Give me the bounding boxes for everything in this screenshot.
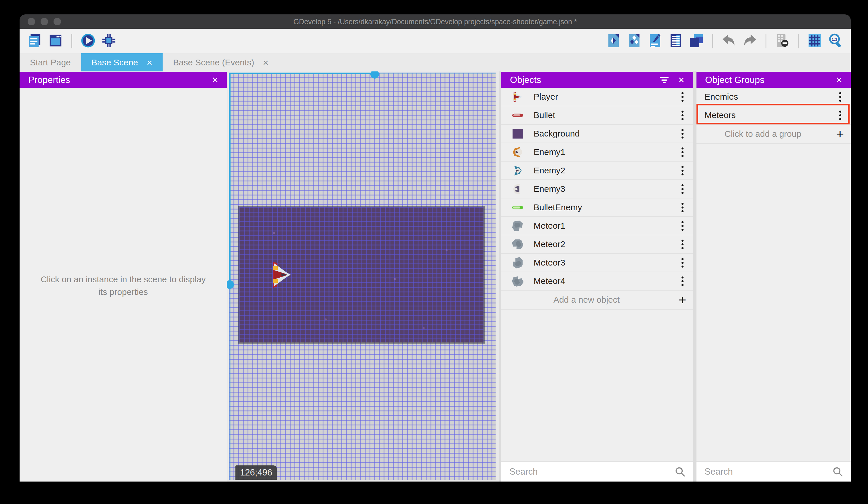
groups-search-bar [696,461,851,482]
main-toolbar: 1:1 [20,29,851,53]
meteor4-thumbnail-icon [502,274,534,288]
row-menu-button[interactable] [672,258,693,268]
instances-page-icon [668,33,683,50]
zoom-original-button[interactable]: 1:1 [827,32,844,50]
object-groups-panel-header: Object Groups × [696,72,851,88]
undo-icon [721,33,737,50]
selection-edge-left-faint [229,281,230,480]
row-menu-button[interactable] [672,184,693,194]
object-name: Meteor1 [534,221,672,231]
enemy1-thumbnail-icon [502,145,534,159]
meteor1-thumbnail-icon [502,219,534,233]
objects-search-input[interactable] [509,466,675,477]
selection-handle-top[interactable] [370,71,379,79]
row-menu-button[interactable] [672,240,693,249]
object-row-player[interactable]: Player [502,88,693,106]
row-menu-button[interactable] [829,92,851,102]
add-new-object-label: Add a new object [502,295,672,305]
scene-editor-canvas[interactable]: 126;496 [227,71,499,482]
objects-page-icon [606,33,621,50]
close-objects-icon[interactable]: × [678,75,684,85]
plus-icon: + [672,292,693,308]
open-instances-list-panel-button[interactable] [667,32,685,50]
start-page-button[interactable] [46,32,64,50]
svg-text:1:1: 1:1 [832,37,837,41]
redo-button[interactable] [741,32,758,50]
row-menu-button[interactable] [672,92,693,102]
objects-groups-divider[interactable] [693,71,696,482]
play-button[interactable] [79,32,97,50]
search-icon [675,466,685,477]
row-menu-button[interactable] [672,221,693,231]
open-objects-panel-button[interactable] [604,32,622,50]
object-row-enemy1[interactable]: Enemy1 [502,143,693,162]
object-groups-panel: Object Groups × EnemiesMeteorsClick to a… [696,71,851,482]
toolbar-separator [798,34,799,48]
toggle-instances-mask-button[interactable] [773,32,791,50]
objects-panel-title: Objects [510,74,541,85]
object-row-enemy2[interactable]: Enemy2 [502,162,693,180]
properties-panel: Properties × Click on an instance in the… [20,71,227,482]
row-menu-button[interactable] [672,148,693,157]
groups-search-input[interactable] [704,466,832,477]
open-object-groups-panel-button[interactable] [626,32,643,50]
close-object-groups-icon[interactable]: × [836,75,842,85]
object-row-meteor1[interactable]: Meteor1 [502,217,693,235]
window-title: GDevelop 5 - /Users/dkarakay/Documents/G… [20,14,851,29]
open-layers-panel-button[interactable] [688,32,705,50]
object-row-enemy3[interactable]: Enemy3 [502,180,693,199]
add-group-label: Click to add a group [696,129,829,139]
tab-base-scene[interactable]: Base Scene× [81,53,163,71]
row-menu-button[interactable] [672,276,693,286]
layers-icon [689,33,704,50]
object-row-bulletenemy[interactable]: BulletEnemy [502,199,693,217]
selection-handle-left[interactable] [227,280,234,289]
filter-icon[interactable] [660,77,669,83]
row-menu-button[interactable] [672,129,693,139]
scene-window-icon [48,33,63,50]
scene-grid[interactable] [229,73,496,480]
object-name: Meteor4 [534,276,672,286]
object-name: Bullet [534,110,672,120]
canvas-objects-divider[interactable] [499,71,502,482]
close-tab-icon[interactable]: × [263,58,269,67]
group-name: Meteors [696,110,829,120]
row-menu-button[interactable] [672,166,693,175]
toolbar-separator [71,34,72,48]
search-icon [832,466,843,477]
tab-base-scene-events[interactable]: Base Scene (Events)× [163,53,279,71]
close-tab-icon[interactable]: × [147,58,153,67]
object-row-meteor4[interactable]: Meteor4 [502,272,693,291]
undo-button[interactable] [720,32,738,50]
group-row-meteors[interactable]: Meteors [696,106,851,125]
row-menu-button[interactable] [672,203,693,212]
add-group-button[interactable]: Click to add a group+ [696,125,851,144]
toggle-grid-button[interactable] [806,32,824,50]
objects-panel-header: Objects × [502,72,693,88]
player-ship-instance[interactable] [269,261,292,289]
object-row-meteor2[interactable]: Meteor2 [502,235,693,254]
object-name: Meteor2 [534,239,672,249]
object-row-meteor3[interactable]: Meteor3 [502,254,693,272]
group-row-enemies[interactable]: Enemies [696,88,851,106]
object-name: Enemy3 [534,184,672,194]
row-menu-button[interactable] [672,111,693,120]
close-properties-icon[interactable]: × [212,75,218,85]
tab-bar: Start PageBase Scene×Base Scene (Events)… [20,53,851,71]
tab-start-page[interactable]: Start Page [20,53,81,71]
open-properties-panel-button[interactable] [646,32,664,50]
object-groups-panel-title: Object Groups [705,74,764,85]
app-window: GDevelop 5 - /Users/dkarakay/Documents/G… [20,14,851,488]
add-new-object-button[interactable]: Add a new object+ [502,291,693,310]
toolbar-separator [766,34,766,48]
object-row-background[interactable]: Background [502,125,693,143]
object-row-bullet[interactable]: Bullet [502,106,693,125]
debug-button[interactable] [100,32,118,50]
project-manager-button[interactable] [26,32,44,50]
meteor2-thumbnail-icon [502,238,534,251]
row-menu-button[interactable] [829,111,851,120]
properties-page-icon [647,33,663,50]
tab-label: Base Scene [92,58,138,67]
properties-panel-title: Properties [28,74,70,85]
zoom-1-1-icon: 1:1 [828,33,843,50]
